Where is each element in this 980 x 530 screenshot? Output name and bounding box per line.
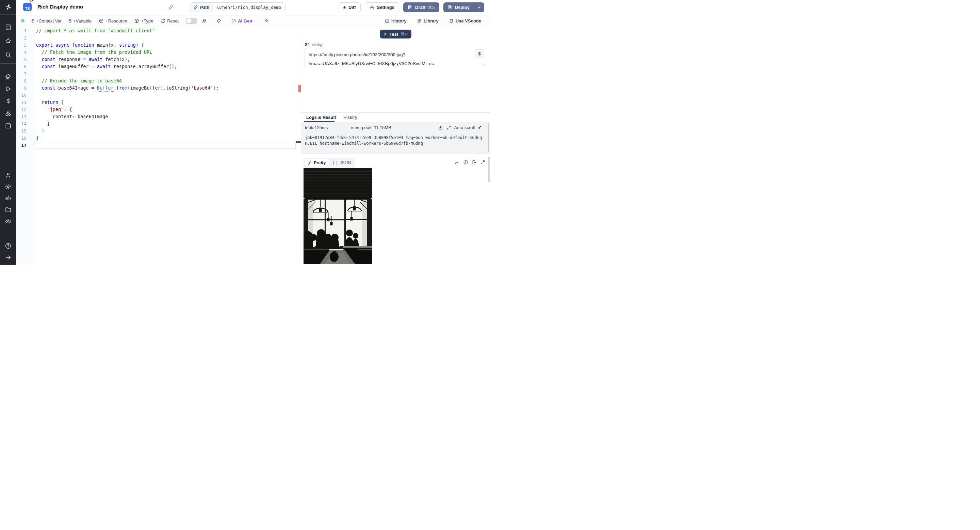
code-line[interactable]: 1// import * as wmill from "windmill-cli…: [16, 27, 295, 34]
history-button[interactable]: History: [385, 18, 407, 24]
path-control: Path u/henri/rich_display_demo: [190, 2, 285, 12]
bun-emoji-icon: [29, 0, 34, 3]
sidebar-item-eye[interactable]: [0, 216, 16, 227]
add-type-button[interactable]: +Type: [134, 18, 153, 24]
code-line[interactable]: 15 }: [16, 128, 295, 134]
sidebar-item-search[interactable]: [0, 49, 16, 60]
code-line[interactable]: 4 // Fetch the image from the provided U…: [16, 49, 295, 56]
code-line[interactable]: 14 }: [16, 120, 295, 128]
use-vscode-button[interactable]: Use VScode: [449, 18, 481, 24]
argument-input[interactable]: https://fastly.picsum.photos/id/192/200/…: [305, 48, 486, 67]
library-button[interactable]: Library: [417, 18, 439, 24]
sidebar-item-user[interactable]: [0, 170, 16, 180]
code-line[interactable]: 3export async function main(x: string) {: [16, 42, 295, 49]
resize-handle-icon[interactable]: [482, 63, 485, 66]
code-editor[interactable]: 1// import * as wmill from "windmill-cli…: [16, 27, 301, 265]
sidebar-item-dollar[interactable]: [0, 96, 16, 107]
code-line[interactable]: 16}: [16, 134, 295, 142]
auto-scroll-check-icon[interactable]: ✓: [478, 125, 482, 130]
sidebar-item-help[interactable]: [0, 241, 16, 251]
tab-history[interactable]: History: [343, 113, 357, 122]
typescript-badge-icon: TS: [23, 3, 32, 11]
sidebar-item-gear[interactable]: [0, 181, 16, 192]
copy-result-icon[interactable]: [472, 160, 477, 165]
play-icon: [5, 86, 11, 92]
auto-scroll-label[interactable]: Auto scroll: [454, 125, 475, 130]
sidebar-item-folder[interactable]: [0, 204, 16, 215]
view-json-button[interactable]: { } JSON: [329, 159, 354, 166]
code-line[interactable]: 10: [16, 92, 295, 99]
assistant-toggle[interactable]: [186, 18, 197, 24]
multiplayer-button[interactable]: [202, 18, 207, 24]
sidebar-item-home[interactable]: [0, 71, 16, 82]
sidebar-item-cubes[interactable]: [0, 108, 16, 119]
line-number: 14: [16, 120, 27, 128]
folder-icon: [5, 206, 11, 213]
draft-shortcut: ⌘S: [428, 5, 434, 10]
expand-log-icon[interactable]: [446, 125, 451, 130]
add-variable-button[interactable]: $ +Variable: [69, 18, 92, 24]
plus-minus-icon: ±: [343, 5, 346, 10]
code-line[interactable]: 6 const imageBuffer = await response.arr…: [16, 63, 295, 70]
log-panel: took 125ms mem peak: 11.15MB Auto scroll…: [301, 122, 490, 154]
sidebar-item-play[interactable]: [0, 83, 16, 94]
windmill-logo-icon[interactable]: [0, 0, 16, 14]
tab-logs-result[interactable]: Logs & Result: [306, 113, 336, 122]
sidebar-item-star[interactable]: [0, 35, 16, 46]
code-line[interactable]: 2: [16, 34, 295, 42]
code-line[interactable]: 13 content: base64Image: [16, 113, 295, 120]
sidebar-item-robot[interactable]: [0, 193, 16, 204]
reset-button[interactable]: Reset: [160, 18, 179, 24]
test-button[interactable]: Test ⌘↵: [380, 30, 411, 38]
view-pretty-button[interactable]: Pretty: [305, 159, 329, 166]
code-text: // import * as wmill from "windmill-clie…: [36, 27, 155, 34]
code-line[interactable]: 12 "jpeg": {: [16, 106, 295, 113]
code-line[interactable]: 7: [16, 70, 295, 77]
settings-button[interactable]: Settings: [365, 2, 399, 12]
format-button[interactable]: [216, 18, 221, 24]
download-log-icon[interactable]: [438, 125, 443, 130]
sidebar-item-building[interactable]: [0, 22, 16, 33]
line-number: 6: [16, 63, 27, 70]
edit-title-pencil-icon[interactable]: [168, 4, 174, 11]
result-image: [304, 168, 372, 264]
path-value[interactable]: u/henri/rich_display_demo: [213, 3, 285, 12]
code-text: content: base64Image: [36, 113, 108, 120]
code-line[interactable]: 17: [16, 142, 295, 149]
diff-button[interactable]: ± Diff: [339, 2, 361, 12]
code-text: const imageBuffer = await response.array…: [36, 63, 177, 70]
gear-icon: [5, 183, 11, 190]
code-line[interactable]: 8 // Encode the image to base64: [16, 77, 295, 85]
draft-button[interactable]: Draft ⌘S: [403, 2, 439, 12]
deploy-dropdown-button[interactable]: [474, 2, 484, 12]
info-icon[interactable]: [463, 160, 468, 165]
package-icon: [99, 18, 104, 24]
cursor-position-marker: [296, 141, 301, 143]
eye-icon: [5, 218, 11, 225]
add-context-var-button[interactable]: $ +Context Var: [32, 18, 62, 24]
reset-icon: [160, 18, 165, 24]
path-edit-button[interactable]: Path: [190, 3, 213, 12]
windmill-script-editor: TS Rich Display demo Path u/henri/rich_d…: [0, 0, 490, 265]
line-number: 2: [16, 34, 27, 42]
log-scrollbar[interactable]: [488, 123, 489, 152]
ai-sparkles-button[interactable]: [264, 18, 269, 24]
expand-result-icon[interactable]: [480, 160, 485, 165]
insert-variable-button[interactable]: $: [475, 49, 484, 58]
code-line[interactable]: 9 const base64Image = Buffer.from(imageB…: [16, 85, 295, 92]
sidebar-item-calendar[interactable]: [0, 120, 16, 131]
code-line[interactable]: 11 return {: [16, 99, 295, 106]
add-resource-button[interactable]: +Resource: [99, 18, 127, 24]
play-icon: [383, 32, 387, 36]
line-number: 8: [16, 77, 27, 85]
line-number: 17: [16, 142, 27, 149]
status-dot-icon: [21, 19, 24, 22]
deploy-button[interactable]: Deploy: [443, 2, 474, 12]
code-line[interactable]: 5 const response = await fetch(x);: [16, 56, 295, 63]
result-scrollbar[interactable]: [488, 157, 490, 182]
path-label: Path: [200, 5, 209, 10]
ai-gen-button[interactable]: AI Gen: [231, 18, 252, 24]
download-result-icon[interactable]: [455, 160, 460, 165]
line-number: 4: [16, 49, 27, 56]
sidebar-item-arrow-right[interactable]: [0, 252, 16, 263]
